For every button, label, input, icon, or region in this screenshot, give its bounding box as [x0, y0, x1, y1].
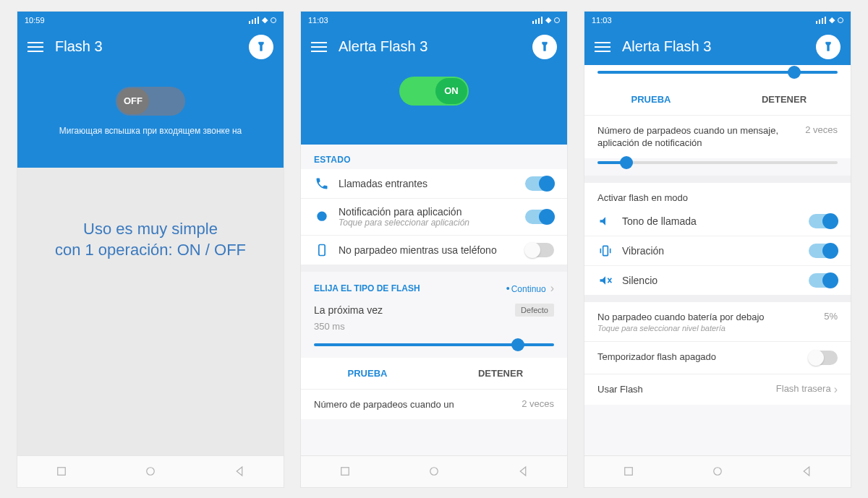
tab-detener[interactable]: DETENER [434, 358, 567, 389]
test-tabs: PRUEBA DETENER [301, 358, 567, 390]
test-tabs: PRUEBA DETENER [584, 84, 851, 116]
master-toggle[interactable]: OFF [116, 87, 185, 116]
divider [584, 295, 851, 302]
nophone-toggle[interactable] [525, 243, 554, 257]
phone-outline-icon [314, 243, 330, 257]
statusbar: 11:03 ◆ [584, 12, 851, 29]
wifi-icon: ◆ [262, 15, 268, 25]
flashlight-button[interactable] [816, 35, 841, 59]
row-label: Notificación para aplicación [339, 206, 516, 218]
android-navbar [17, 455, 284, 487]
svg-rect-7 [625, 468, 633, 476]
row-mode-ring[interactable]: Tono de llamada [584, 207, 851, 236]
master-toggle[interactable]: ON [399, 77, 469, 106]
app-title: Alerta Flash 3 [339, 38, 521, 55]
notif-toggle[interactable] [525, 210, 554, 224]
back-icon[interactable] [516, 465, 529, 478]
flashlight-button[interactable] [532, 35, 557, 59]
app-title: Alerta Flash 3 [622, 38, 804, 55]
tab-detener[interactable]: DETENER [718, 84, 851, 115]
phone-icon [314, 176, 330, 191]
recent-icon[interactable] [55, 465, 68, 478]
row-battery-threshold[interactable]: No parpadeo cuando batería por debajo To… [584, 302, 851, 341]
statusbar-time: 11:03 [592, 16, 612, 25]
battery-icon [838, 17, 843, 23]
hero-caption: Мигающая вспышка при входящем звонке на [25, 126, 276, 136]
home-icon[interactable] [427, 465, 441, 478]
divider [301, 265, 567, 272]
statusbar: 10:59 ◆ [17, 12, 284, 29]
home-icon[interactable] [711, 465, 724, 478]
menu-icon[interactable] [595, 42, 610, 52]
row-app-notifications[interactable]: Notificación para aplicación Toque para … [301, 198, 567, 235]
vibrate-icon [597, 244, 613, 258]
app-title: Flash 3 [55, 38, 237, 55]
tab-prueba[interactable]: PRUEBA [301, 358, 434, 389]
top-slider[interactable] [584, 65, 851, 84]
signal-icon [532, 17, 542, 24]
default-badge[interactable]: Defecto [515, 304, 554, 317]
toggle-label: OFF [117, 88, 149, 114]
interval-slider[interactable] [301, 332, 567, 358]
statusbar-time: 11:03 [308, 16, 328, 25]
mode-label: Activar flash en modo [597, 192, 838, 205]
battery-icon [554, 17, 560, 23]
blink-slider[interactable] [584, 158, 851, 176]
screenshot-2: 11:03 ◆ Alerta Flash 3 ON ESTADO Llamada… [300, 11, 568, 488]
menu-icon[interactable] [311, 42, 327, 52]
row-flash-type[interactable]: ELIJA EL TIPO DE FLASH •Continuo › [301, 272, 567, 299]
battery-label: No parpadeo cuando batería por debajo [597, 311, 817, 324]
tab-prueba[interactable]: PRUEBA [584, 84, 718, 115]
row-mode-silence[interactable]: Silencio [584, 265, 851, 295]
wifi-icon: ◆ [829, 15, 835, 25]
home-icon[interactable] [144, 465, 157, 478]
section-flash-type: ELIJA EL TIPO DE FLASH [314, 283, 506, 293]
android-navbar [584, 455, 851, 487]
row-label: Tono de llamada [622, 215, 800, 227]
toggle-label: ON [435, 78, 467, 104]
svg-rect-4 [341, 468, 349, 476]
menu-icon[interactable] [27, 42, 43, 52]
vibrate-toggle[interactable] [809, 244, 838, 258]
mute-icon [597, 273, 613, 288]
recent-icon[interactable] [339, 465, 352, 478]
svg-point-2 [317, 211, 326, 220]
statusbar: 11:03 ◆ [301, 12, 567, 29]
body: PRUEBA DETENER Número de parpadeos cuand… [584, 65, 851, 455]
row-label: Vibración [622, 245, 800, 257]
svg-rect-3 [319, 244, 325, 255]
row-no-blink-in-use[interactable]: No parpadeo mientras usa teléfono [301, 235, 567, 265]
back-icon[interactable] [233, 465, 246, 478]
svg-rect-6 [603, 246, 608, 255]
calls-toggle[interactable] [525, 176, 554, 191]
silence-toggle[interactable] [809, 273, 838, 288]
battery-sublabel: Toque para seleccionar nivel batería [597, 324, 817, 332]
use-flash-label: Usar Flash [597, 383, 769, 396]
appbar: Flash 3 [17, 29, 284, 65]
row-incoming-calls[interactable]: Llamadas entrantes [301, 169, 567, 198]
section-mode: Activar flash en modo [584, 183, 851, 207]
row-use-flash[interactable]: Usar Flash Flash trasera › [584, 374, 851, 405]
row-blink-count[interactable]: Número de parpadeos cuando un 2 veces [301, 390, 567, 420]
row-mode-vibrate[interactable]: Vibración [584, 236, 851, 265]
svg-point-8 [714, 468, 722, 476]
recent-icon[interactable] [622, 465, 635, 478]
battery-icon [271, 17, 276, 23]
timer-toggle[interactable] [809, 351, 838, 365]
appbar: Alerta Flash 3 [301, 29, 567, 65]
row-label: Silencio [622, 275, 800, 286]
flashlight-button[interactable] [249, 35, 273, 59]
ring-toggle[interactable] [809, 214, 838, 228]
blink-value: 2 veces [805, 124, 838, 135]
row-blink-count[interactable]: Número de parpadeos cuando un mensaje, a… [584, 116, 851, 158]
use-flash-value: Flash trasera [776, 383, 831, 394]
row-label: Llamadas entrantes [339, 178, 516, 189]
blink-label: Número de parpadeos cuando un mensaje, a… [597, 124, 798, 150]
row-flash-timer[interactable]: Temporizador flash apagado [584, 342, 851, 374]
flashlight-icon [255, 41, 267, 53]
appbar: Alerta Flash 3 [584, 29, 851, 65]
screenshot-1: 10:59 ◆ Flash 3 OFF Мигающая вспышка при… [17, 11, 284, 488]
back-icon[interactable] [800, 465, 813, 478]
wifi-icon: ◆ [545, 15, 551, 25]
interval-value: 350 ms [301, 318, 567, 332]
